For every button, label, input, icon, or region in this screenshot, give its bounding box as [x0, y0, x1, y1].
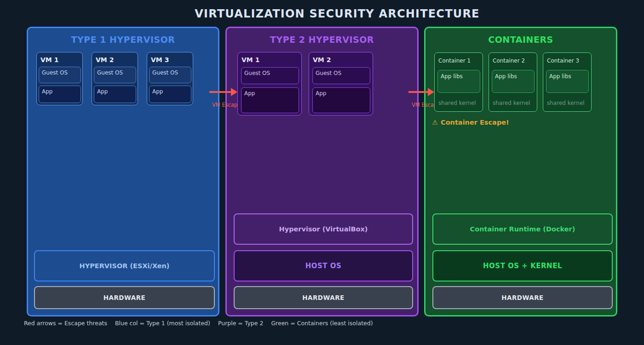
app-box: App	[39, 86, 81, 103]
app-libs-label: App libs	[549, 73, 571, 80]
panel-containers-title: CONTAINERS	[426, 34, 616, 45]
app-libs-box: App libs	[546, 70, 589, 93]
guest-os-box: Guest OS	[149, 67, 191, 83]
legend: Red arrows = Escape threats Blue col = T…	[24, 320, 373, 327]
container-escape-warning: ⚠Container Escape!	[432, 119, 509, 126]
app-libs-label: App libs	[495, 73, 517, 80]
app-libs-box: App libs	[492, 70, 535, 93]
diagram-title: VIRTUALIZATION SECURITY ARCHITECTURE	[15, 7, 644, 20]
vm-box: VM 2 Guest OS App	[92, 52, 138, 105]
shared-kernel-label: shared kernel	[438, 100, 476, 106]
host-os-layer-box: HOST OS	[234, 250, 413, 282]
vm-box: VM 1 Guest OS App	[36, 52, 83, 105]
hardware-layer-box: HARDWARE	[432, 286, 613, 309]
host-os-kernel-layer-box: HOST OS + KERNEL	[432, 250, 613, 282]
vm-box: VM 1 Guest OS App	[237, 52, 302, 115]
hypervisor-layer-box: Hypervisor (VirtualBox)	[234, 213, 413, 245]
legend-item-purple: Purple = Type 2	[218, 320, 264, 327]
vm-escape-arrowhead-icon	[428, 88, 434, 96]
hypervisor-layer-box: HYPERVISOR (ESXi/Xen)	[34, 250, 215, 282]
guest-os-box: Guest OS	[312, 67, 370, 84]
vm-escape-arrowhead-icon	[231, 88, 237, 96]
app-libs-box: App libs	[437, 70, 480, 93]
panel-type2-title: TYPE 2 HYPERVISOR	[227, 34, 417, 45]
hardware-layer-box: HARDWARE	[234, 286, 413, 309]
vm-box: VM 3 Guest OS App	[147, 52, 193, 105]
vm-title: VM 1	[242, 56, 259, 63]
app-label: App	[42, 88, 52, 95]
container-title: Container 2	[493, 58, 525, 64]
app-libs-label: App libs	[441, 73, 463, 80]
app-box: App	[241, 87, 299, 113]
panel-type1-title: TYPE 1 HYPERVISOR	[28, 34, 218, 45]
app-box: App	[94, 86, 136, 103]
legend-item-green: Green = Containers (least isolated)	[271, 320, 373, 327]
guest-os-label: Guest OS	[97, 69, 123, 76]
container-box: Container 3 App libs shared kernel	[543, 52, 592, 112]
virtualization-security-diagram: VIRTUALIZATION SECURITY ARCHITECTURE TYP…	[0, 0, 644, 345]
vm-title: VM 3	[151, 56, 169, 63]
guest-os-label: Guest OS	[244, 70, 270, 76]
legend-item-red-arrows: Red arrows = Escape threats	[24, 320, 107, 327]
container-box: Container 1 App libs shared kernel	[434, 52, 483, 112]
container-title: Container 1	[438, 58, 471, 64]
vm-title: VM 2	[96, 56, 114, 63]
warning-icon: ⚠	[432, 119, 438, 126]
guest-os-label: Guest OS	[42, 69, 68, 76]
app-box: App	[312, 87, 370, 113]
panel-type2-hypervisor: TYPE 2 HYPERVISOR VM 1 Guest OS App VM 2…	[225, 27, 419, 316]
app-label: App	[97, 88, 108, 95]
app-box: App	[149, 86, 191, 103]
vm-title: VM 2	[313, 56, 331, 63]
shared-kernel-label: shared kernel	[493, 100, 530, 106]
guest-os-box: Guest OS	[94, 67, 136, 83]
app-label: App	[244, 90, 255, 97]
vm-title: VM 1	[40, 56, 58, 63]
app-label: App	[316, 90, 326, 97]
guest-os-label: Guest OS	[316, 70, 341, 76]
warning-text: Container Escape!	[441, 119, 509, 126]
guest-os-label: Guest OS	[152, 69, 178, 76]
container-box: Container 2 App libs shared kernel	[489, 52, 537, 112]
panel-type1-hypervisor: TYPE 1 HYPERVISOR VM 1 Guest OS App VM 2…	[27, 27, 219, 316]
app-label: App	[152, 88, 163, 95]
guest-os-box: Guest OS	[39, 67, 81, 83]
hardware-layer-box: HARDWARE	[34, 286, 215, 309]
vm-escape-arrow-1	[209, 91, 231, 93]
legend-item-blue: Blue col = Type 1 (most isolated)	[115, 320, 210, 327]
vm-box: VM 2 Guest OS App	[309, 52, 373, 115]
vm-escape-arrow-2	[408, 91, 428, 93]
container-runtime-layer-box: Container Runtime (Docker)	[432, 213, 613, 245]
panel-containers: CONTAINERS Container 1 App libs shared k…	[424, 27, 617, 316]
guest-os-box: Guest OS	[241, 67, 299, 84]
container-title: Container 3	[547, 58, 579, 64]
shared-kernel-label: shared kernel	[547, 100, 585, 106]
